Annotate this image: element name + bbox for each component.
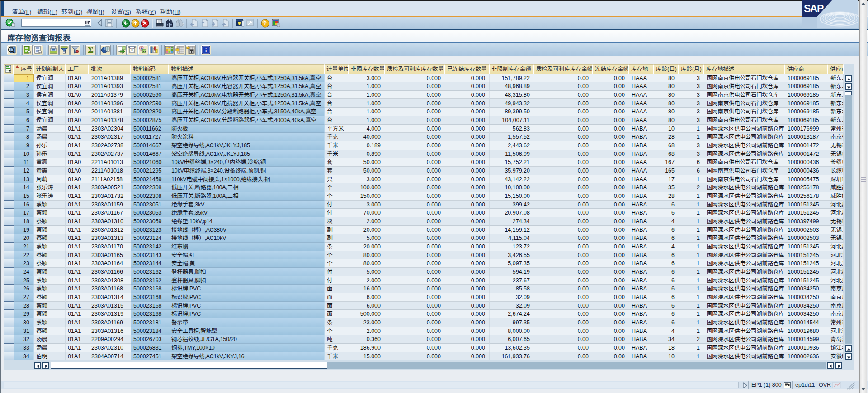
- svg-text:Σ: Σ: [88, 45, 93, 55]
- svg-text:i: i: [205, 47, 207, 54]
- svg-text:?: ?: [264, 20, 267, 27]
- svg-text:SAP: SAP: [804, 3, 824, 14]
